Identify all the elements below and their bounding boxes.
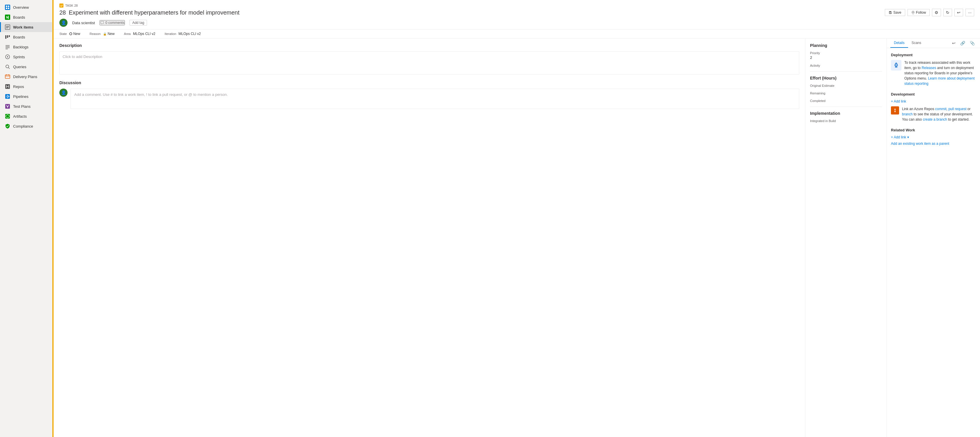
related-add-link-label: + Add link ▾ (891, 135, 909, 139)
discussion-title: Discussion (59, 80, 799, 85)
sidebar-item-delivery-plans[interactable]: Delivery Plans (0, 72, 52, 81)
deployment-section: Deployment (891, 53, 976, 86)
svg-rect-37 (889, 11, 891, 12)
add-tag-button[interactable]: Add tag (129, 20, 147, 26)
sidebar-item-compliance[interactable]: Compliance (0, 121, 52, 131)
attachment-icon[interactable]: 📎 (968, 40, 977, 46)
save-button[interactable]: Save (885, 9, 905, 16)
svg-point-29 (8, 96, 9, 96)
follow-button[interactable]: Follow (907, 9, 930, 16)
description-title: Description (59, 43, 799, 48)
integrated-build-field: Integrated in Build (810, 119, 882, 123)
compliance-icon (5, 124, 10, 129)
svg-rect-1 (6, 6, 7, 7)
header-actions: Save Follow ⚙ ↻ ↩ ··· (885, 9, 974, 16)
state-value[interactable]: New (73, 32, 80, 36)
branch-link[interactable]: branch (902, 112, 913, 116)
refresh-button[interactable]: ↻ (943, 9, 952, 16)
sidebar-item-work-items[interactable]: Work items (0, 22, 52, 32)
pull-request-link[interactable]: pull request (948, 107, 966, 111)
link-icon[interactable]: 🔗 (958, 40, 967, 46)
sidebar-item-label: Repos (13, 85, 24, 89)
save-label: Save (893, 11, 901, 14)
sidebar-item-overview[interactable]: Overview (0, 2, 52, 12)
effort-title: Effort (Hours) (810, 76, 882, 80)
deployment-image (891, 60, 901, 70)
commenter-avatar: 👤 (59, 89, 67, 97)
description-placeholder: Click to add Description (62, 54, 102, 59)
sidebar-item-test-plans[interactable]: Test Plans (0, 101, 52, 111)
releases-link[interactable]: Releases (921, 66, 936, 70)
sidebar-item-label: Test Plans (13, 104, 30, 108)
dev-add-link-button[interactable]: + Add link (891, 99, 976, 104)
learn-more-link[interactable]: Learn more about deployment status repor… (904, 77, 974, 86)
sidebar-item-boards-top[interactable]: Boards (0, 12, 52, 22)
svg-rect-34 (59, 3, 64, 8)
state-label: State (59, 32, 67, 35)
commit-link[interactable]: commit (935, 107, 947, 111)
state-group: State New (59, 32, 80, 36)
tab-details[interactable]: Details (890, 38, 908, 48)
sidebar-item-repos[interactable]: Repos (0, 81, 52, 91)
history-icon[interactable]: ↩ (950, 40, 957, 46)
reason-value-row: 🔒 New (103, 32, 115, 36)
svg-point-43 (894, 108, 896, 110)
create-branch-link[interactable]: create a branch (923, 117, 947, 121)
related-work-section: Related Work + Add link ▾ Add an existin… (891, 128, 976, 146)
svg-rect-4 (8, 8, 9, 9)
sidebar-item-sprints[interactable]: Sprints (0, 52, 52, 62)
sidebar-item-pipelines[interactable]: Pipelines (0, 91, 52, 101)
comments-button[interactable]: 0 comments (100, 20, 125, 26)
delivery-icon (5, 74, 10, 79)
task-label: TASK 28 (65, 4, 78, 7)
integrated-build-label: Integrated in Build (810, 119, 882, 123)
priority-value[interactable]: 2 (810, 55, 882, 60)
task-label-row: TASK 28 (59, 3, 974, 8)
boards-top-icon (5, 14, 10, 20)
deployment-title: Deployment (891, 53, 976, 57)
follow-label: Follow (916, 11, 926, 14)
dev-repos-icon (891, 106, 899, 115)
lock-icon: 🔒 (103, 32, 107, 35)
sidebar-item-artifacts[interactable]: Artifacts (0, 111, 52, 121)
deployment-card: To track releases associated with this w… (891, 60, 976, 86)
svg-point-27 (7, 95, 8, 96)
sidebar-item-boards[interactable]: Boards (0, 32, 52, 42)
description-area[interactable]: Click to add Description (59, 51, 799, 75)
more-button[interactable]: ··· (966, 9, 974, 16)
sidebar-item-label: Delivery Plans (13, 75, 37, 79)
sidebar-item-label: Work items (13, 25, 33, 29)
svg-point-44 (894, 111, 896, 112)
activity-label: Activity (810, 64, 882, 67)
reason-value[interactable]: New (108, 32, 115, 36)
area-value[interactable]: MLOps CLI v2 (133, 32, 156, 36)
completed-label: Completed (810, 99, 882, 102)
repos-icon (5, 84, 10, 89)
iteration-value[interactable]: MLOps CLI v2 (178, 32, 201, 36)
sidebar-item-label: Artifacts (13, 114, 27, 118)
sidebar-item-label: Pipelines (13, 94, 29, 99)
related-add-link-button[interactable]: + Add link ▾ (891, 135, 976, 139)
svg-point-41 (896, 64, 897, 65)
overview-icon (5, 5, 10, 10)
area-label: Area (124, 32, 131, 35)
comment-input[interactable]: Add a comment. Use # to link a work item… (70, 89, 799, 109)
backlogs-icon (5, 44, 10, 49)
undo-button[interactable]: ↩ (955, 9, 963, 16)
reason-group: Reason 🔒 New (90, 32, 115, 36)
main-content: TASK 28 28 Experiment with different hyp… (52, 0, 980, 437)
sidebar-item-queries[interactable]: Queries (0, 62, 52, 72)
svg-point-19 (6, 65, 9, 68)
task-title: Experiment with different hyperparameter… (69, 9, 240, 16)
comments-icon (100, 21, 104, 25)
task-icon (59, 3, 64, 8)
tab-scans[interactable]: Scans (908, 38, 925, 48)
related-existing-link[interactable]: Add an existing work item as a parent (891, 142, 976, 146)
reason-label: Reason (90, 32, 101, 35)
svg-rect-11 (7, 35, 8, 38)
settings-button[interactable]: ⚙ (932, 9, 941, 16)
queries-icon (5, 64, 10, 69)
sidebar-item-backlogs[interactable]: Backlogs (0, 42, 52, 52)
right-tabs: Details Scans ↩ 🔗 📎 (887, 38, 980, 48)
dev-description-text: Link an Azure Repos commit, pull request… (902, 106, 976, 122)
